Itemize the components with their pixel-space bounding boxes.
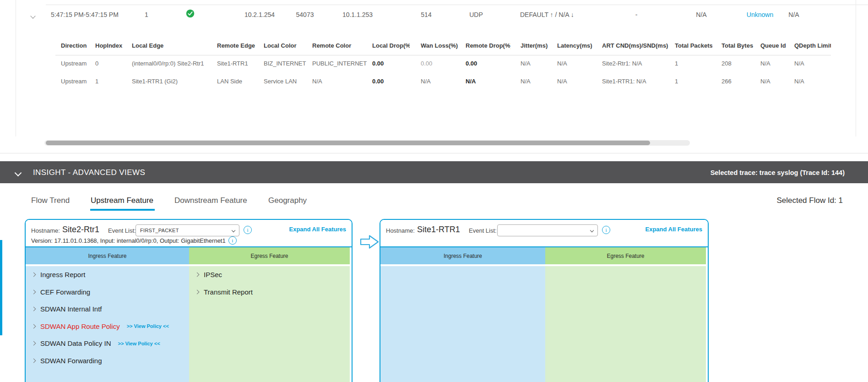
chevron-right-icon — [32, 358, 36, 363]
check-circle-icon — [186, 9, 195, 19]
feature-label: SDWAN Internal Intf — [40, 305, 102, 313]
egress-feature-list-empty — [545, 266, 706, 382]
egress-feature-list: IPSec Transmit Report — [189, 266, 350, 382]
feature-row-transmit-report[interactable]: Transmit Report — [189, 284, 350, 301]
event-list-dropdown[interactable] — [497, 224, 598, 236]
feature-row-sdwan-app-route-policy[interactable]: SDWAN App Route Policy >> View Policy << — [26, 318, 189, 335]
feature-label: Transmit Report — [204, 288, 253, 296]
expand-all-features-link[interactable]: Expand All Features — [646, 226, 703, 233]
hop-cell: N/A — [312, 78, 370, 85]
col-queue-id: Queue Id — [760, 42, 788, 49]
flow-dscp: DEFAULT ↑ / N/A ↓ — [520, 11, 574, 18]
horizontal-scrollbar-thumb[interactable] — [46, 141, 650, 145]
hop-cell: N/A — [794, 78, 831, 85]
selected-trace-label: Selected trace: trace syslog (Trace Id: … — [711, 169, 845, 176]
hop-table-row: Upstream 1 Site1-RTR1 (Gi2) LAN Side Ser… — [0, 78, 831, 87]
info-icon[interactable]: i — [602, 226, 610, 234]
flow-dash: - — [623, 11, 650, 18]
hop-cell: 0.00 — [421, 60, 464, 67]
col-hopindex: HopIndex — [95, 42, 129, 49]
info-icon[interactable]: i — [228, 236, 237, 245]
flow-na-a: N/A — [688, 11, 715, 18]
hop-cell: (internal0/0/rp:0) Site2-Rtr1 — [132, 60, 215, 67]
tab-upstream-feature[interactable]: Upstream Feature — [91, 196, 153, 205]
flow-dst-ip: 10.1.1.253 — [335, 11, 380, 18]
hop-cell: Service LAN — [264, 78, 310, 85]
col-latency: Latency(ms) — [557, 42, 598, 49]
hop-cell: PUBLIC_INTERNET — [312, 60, 370, 67]
flow-dst-port: 514 — [412, 11, 440, 18]
hop-cell: N/A — [794, 60, 831, 67]
flow-na-b: N/A — [780, 11, 808, 18]
hop-cell: BIZ_INTERNET — [264, 60, 310, 67]
flow-state-link[interactable]: Unknown — [744, 11, 776, 18]
insight-banner: INSIGHT - ADVANCED VIEWS Selected trace:… — [0, 161, 868, 183]
hop-cell: N/A — [466, 78, 510, 85]
col-total-bytes: Total Bytes — [722, 42, 755, 49]
col-qdepth: QDepth Limit/M — [794, 42, 831, 49]
hop-cell: 208 — [722, 60, 755, 67]
col-direction: Direction — [61, 42, 93, 49]
tab-flow-trend[interactable]: Flow Trend — [31, 196, 70, 205]
tab-downstream-feature[interactable]: Downstream Feature — [174, 196, 247, 205]
hop-table-header-divider — [55, 55, 831, 55]
chevron-right-icon — [32, 289, 36, 294]
row-expander[interactable] — [31, 12, 35, 19]
chevron-right-icon — [32, 307, 36, 311]
expand-all-features-link[interactable]: Expand All Features — [289, 226, 347, 233]
hop-cell: 1 — [675, 78, 712, 85]
feature-row-sdwan-internal-intf[interactable]: SDWAN Internal Intf — [26, 300, 189, 318]
horizontal-scrollbar-track[interactable] — [44, 140, 690, 146]
event-list-dropdown[interactable]: FIRST_PACKET — [136, 224, 239, 236]
view-policy-link[interactable]: >> View Policy << — [127, 323, 169, 329]
feature-label: SDWAN Data Policy IN — [40, 339, 111, 347]
hop-cell: 266 — [722, 78, 755, 85]
feature-row-sdwan-forwarding[interactable]: SDWAN Forwarding — [26, 352, 189, 370]
feature-label: IPSec — [204, 271, 222, 278]
chevron-right-icon — [32, 341, 36, 346]
hop-cell: Upstream — [61, 60, 93, 67]
feature-row-cef-forwarding[interactable]: CEF Forwarding — [26, 284, 189, 301]
feature-row-ingress-report[interactable]: Ingress Report — [26, 266, 189, 284]
hop-cell: N/A — [521, 78, 554, 85]
table-top-border — [46, 5, 868, 5]
arrow-right-icon — [360, 234, 379, 251]
hop-cell: N/A — [421, 78, 464, 85]
chevron-down-icon — [232, 229, 235, 232]
hostname-value: Site2-Rtr1 — [62, 225, 99, 235]
hop-cell: 0.00 — [372, 78, 410, 85]
col-total-packets: Total Packets — [675, 42, 712, 49]
event-list-label: Event List: — [108, 227, 136, 234]
hostname-value: Site1-RTR1 — [417, 225, 460, 235]
hop-table-header: Direction HopIndex Local Edge Remote Edg… — [0, 42, 831, 51]
col-remote-edge: Remote Edge — [217, 42, 262, 49]
ingress-feature-list-empty — [380, 266, 545, 382]
col-remote-drop: Remote Drop(%) — [466, 42, 510, 49]
egress-feature-header: Egress Feature — [545, 247, 706, 264]
tab-geography[interactable]: Geography — [268, 196, 307, 205]
hop-cell: Upstream — [61, 78, 93, 85]
feature-label: Ingress Report — [40, 271, 85, 278]
flow-protocol: UDP — [460, 11, 492, 18]
feature-columns — [380, 266, 708, 382]
page-root: 5:47:15 PM-5:47:15 PM 1 10.2.1.254 54073… — [0, 0, 868, 382]
hop-cell: N/A — [760, 60, 788, 67]
ingress-feature-header: Ingress Feature — [380, 247, 545, 264]
hop-cell: 1 — [675, 60, 712, 67]
hop-cell: N/A — [760, 78, 788, 85]
selected-flow-id: Selected Flow Id: 1 — [776, 196, 843, 205]
feature-row-ipsec[interactable]: IPSec — [189, 266, 350, 284]
feature-row-sdwan-data-policy-in[interactable]: SDWAN Data Policy IN >> View Policy << — [26, 335, 189, 352]
scroll-accent-bar — [0, 240, 2, 335]
chevron-down-icon[interactable] — [16, 169, 21, 177]
feature-columns: Ingress Report CEF Forwarding SDWAN Inte… — [26, 266, 352, 382]
view-policy-link[interactable]: >> View Policy << — [118, 341, 160, 346]
hop-cell: N/A — [557, 78, 598, 85]
chevron-right-icon — [32, 273, 36, 277]
ingress-feature-header: Ingress Feature — [26, 247, 189, 264]
col-remote-color: Remote Color — [312, 42, 370, 49]
hop-cell: N/A — [557, 60, 598, 67]
info-icon[interactable]: i — [244, 226, 252, 234]
version-text: Version: 17.11.01.0.1368, Input: interna… — [31, 237, 226, 244]
hop-cell: Site1-RTR1: N/A — [602, 78, 672, 85]
